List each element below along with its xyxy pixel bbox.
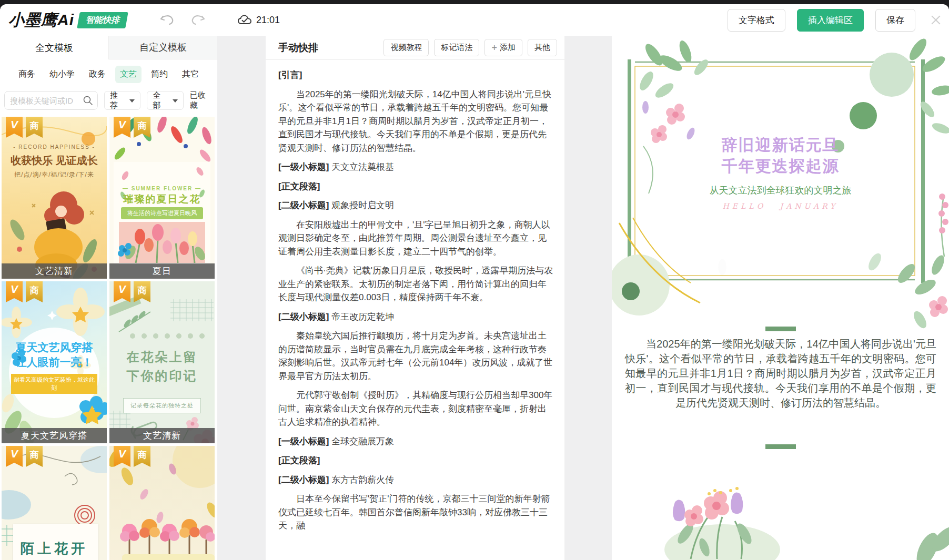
card-name-label: 文艺清新	[109, 428, 215, 443]
undo-icon[interactable]	[159, 13, 175, 27]
category-simple[interactable]: 简约	[146, 66, 173, 83]
tab-full-templates[interactable]: 全文模板	[0, 36, 108, 59]
template-card[interactable]: V 商	[2, 117, 107, 279]
paragraph: 秦始皇统六国后推行颛顼历，将十月定为岁首。未央宫遗址出土的历谱简牍显示，当时官员…	[278, 329, 554, 383]
app-window: 小墨鹰Ai 智能快排 21:01 文字格式 插入编辑区 保存	[0, 4, 949, 560]
preview-body-paragraph: 当2025年的第一缕阳光划破天际，14亿中国人将同步说出'元旦快乐'。这个看似平…	[625, 337, 936, 410]
category-other[interactable]: 其它	[177, 66, 204, 83]
article-text-area[interactable]: [引言] 当2025年的第一缕阳光划破天际，14亿中国人将同步说出'元旦快乐'。…	[266, 60, 564, 538]
card-name-label: 夏天文艺风穿搭	[2, 428, 107, 443]
cloud-saved-icon	[237, 14, 252, 26]
preview-subtitle: 从天文立法到全球狂欢的文明之旅	[612, 184, 949, 197]
card-title: 在花朵上留	[109, 349, 215, 365]
editor-title: 手动快排	[278, 41, 318, 55]
video-tutorial-button[interactable]: 视频教程	[383, 39, 429, 56]
divider	[765, 444, 796, 449]
sort-dropdown[interactable]: 推荐	[104, 91, 140, 110]
preview-title: 辞旧迎新话元旦 千年更迭探起源	[612, 135, 949, 177]
marker-line: [正文段落]	[278, 454, 554, 467]
filter-bar: 推荐 全部 已收藏	[0, 88, 217, 116]
paragraph: 元代郭守敬创制《授时历》，其精确度与现行公历相当却早300年问世。南京紫金山天文…	[278, 389, 554, 429]
category-business[interactable]: 商务	[14, 66, 40, 83]
heading-line: [一级小标题] 全球交融展万象	[278, 435, 554, 449]
logo-text: 小墨鹰Ai	[8, 9, 74, 31]
card-title: 夏天文艺风穿搭	[2, 340, 107, 355]
template-card[interactable]: V 商	[109, 117, 215, 279]
preview-panel: 辞旧迎新话元旦 千年更迭探起源 从天文立法到全球狂欢的文明之旅 HELLO JA…	[612, 36, 949, 560]
card-eyebrow: - RECORD HAPPINESS -	[2, 144, 107, 150]
save-time: 21:01	[256, 15, 280, 26]
plus-icon: +	[491, 44, 497, 52]
card-title: 收获快乐 见证成长	[2, 154, 107, 168]
template-card[interactable]: V 商	[2, 446, 107, 560]
card-title: 下你的印记	[109, 368, 215, 384]
autosave-status: 21:01	[237, 14, 280, 26]
save-button[interactable]: 保存	[875, 9, 915, 32]
category-bar: 商务 幼小学 政务 文艺 简约 其它	[0, 59, 217, 88]
card-banner: 耐看又高级的文艺装扮，就这此刻	[11, 374, 97, 394]
heading-line: [二级小标题] 观象授时启文明	[278, 199, 554, 212]
card-banner: 将生活的诗意写进夏日晚风	[121, 207, 203, 219]
card-note: 记录每朵花的独特之处	[123, 398, 201, 413]
template-card[interactable]: V 商	[109, 446, 215, 560]
chevron-down-icon	[129, 99, 135, 103]
floral-frame-illustration	[612, 36, 949, 330]
heading-line: [一级小标题] 天文立法奠根基	[278, 160, 554, 174]
search-input[interactable]	[10, 96, 83, 105]
card-eyebrow: — SUMMER FLOWER —	[109, 186, 215, 191]
divider	[765, 327, 796, 331]
card-title: 陌上花开	[2, 539, 107, 558]
paragraph: 日本至今保留书写'贺正'门符的传统，京都三十三间堂的新年射箭仪式已延续七百年。韩…	[278, 492, 554, 533]
redo-icon[interactable]	[190, 13, 206, 27]
paragraph: 《尚书·尧典》记载'历象日月星辰，敬授民时'，透露早期历法与农业生产的紧密联系。…	[278, 264, 554, 304]
main-content: 全文模板 自定义模板 商务 幼小学 政务 文艺 简约 其它	[0, 36, 949, 560]
editor-header: 手动快排 视频教程 标记语法 +添加 其他	[266, 36, 564, 60]
heading-line: [二级小标题] 帝王改历定乾坤	[278, 310, 554, 324]
favorites-filter[interactable]: 已收藏	[190, 90, 213, 110]
preview-script-text: HELLO JANUARY	[612, 202, 949, 210]
marker-line: [正文段落]	[278, 180, 554, 194]
card-title: 璀璨的夏日之花	[109, 192, 215, 206]
insert-editor-button[interactable]: 插入编辑区	[797, 9, 864, 32]
tab-custom-templates[interactable]: 自定义模板	[108, 36, 217, 59]
card-subtitle: 把/点/滴/幸/福/记/录/下/来	[2, 170, 107, 179]
chevron-down-icon	[173, 99, 178, 103]
card-name-label: 文艺清新	[2, 263, 107, 279]
manual-editor-panel: 手动快排 视频教程 标记语法 +添加 其他 [引言] 当2025年的第一缕阳光划…	[266, 36, 564, 560]
category-kids[interactable]: 幼小学	[45, 66, 79, 83]
markup-syntax-button[interactable]: 标记语法	[434, 39, 479, 56]
marker-line: [引言]	[278, 68, 554, 82]
card-name-label: 夏日	[109, 263, 215, 279]
scope-dropdown[interactable]: 全部	[147, 91, 183, 110]
bottom-flowers-illustration	[612, 471, 949, 560]
template-card[interactable]: V 商	[109, 281, 215, 443]
template-sidebar: 全文模板 自定义模板 商务 幼小学 政务 文艺 简约 其它	[0, 36, 217, 560]
card-title: 让人眼前一亮！	[2, 355, 107, 370]
logo-badge: 智能快排	[77, 12, 128, 28]
template-search[interactable]	[4, 91, 98, 110]
app-logo: 小墨鹰Ai 智能快排	[8, 9, 127, 31]
category-gov[interactable]: 政务	[84, 66, 110, 83]
other-button[interactable]: 其他	[528, 39, 557, 56]
template-tabs: 全文模板 自定义模板	[0, 36, 217, 59]
template-card[interactable]: V 商	[2, 281, 107, 443]
template-grid: V 商	[0, 116, 217, 560]
top-bar: 小墨鹰Ai 智能快排 21:01 文字格式 插入编辑区 保存	[0, 4, 949, 36]
heading-line: [二级小标题] 东方古韵薪火传	[278, 473, 554, 487]
search-icon[interactable]	[83, 95, 93, 106]
category-art[interactable]: 文艺	[115, 66, 142, 83]
add-button[interactable]: +添加	[484, 39, 522, 56]
close-icon[interactable]	[930, 14, 942, 26]
paragraph: 当2025年的第一缕阳光划破天际，14亿中国人将同步说出'元旦快乐'。这个看似平…	[278, 88, 554, 155]
paragraph: 在安阳殷墟出土的甲骨文中，'旦'字已呈旭日初升之象，商朝人以观测日影确定冬至，由…	[278, 218, 554, 259]
text-format-button[interactable]: 文字格式	[728, 9, 785, 32]
card-illustration	[2, 117, 107, 279]
